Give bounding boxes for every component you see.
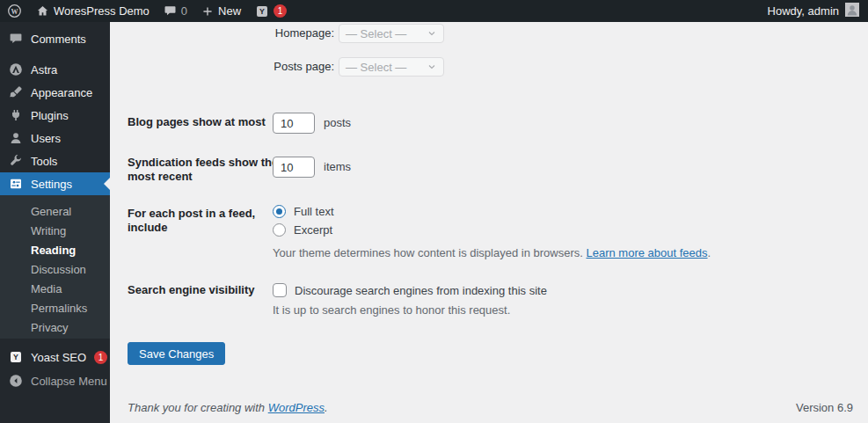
homepage-select-value: — Select — [346, 27, 406, 40]
feed-help-body: Your theme determines how content is dis… [273, 246, 586, 259]
sidebar-item-label: Comments [31, 33, 86, 46]
radio-excerpt[interactable] [273, 223, 286, 237]
feed-help-text: Your theme determines how content is dis… [273, 246, 711, 260]
admin-bar-comments-button[interactable]: 0 [157, 0, 194, 22]
search-visibility-label: Search engine visibility [128, 283, 279, 297]
submenu-item-discussion[interactable]: Discussion [0, 260, 110, 280]
sidebar-item-plugins[interactable]: Plugins [0, 104, 110, 127]
sidebar-item-yoast-seo[interactable]: Y Yoast SEO 1 [0, 346, 110, 368]
submenu-item-permalinks[interactable]: Permalinks [0, 299, 110, 318]
sidebar-item-label: Plugins [31, 109, 69, 122]
submenu-item-general[interactable]: General [0, 202, 110, 222]
chevron-down-icon [427, 62, 437, 72]
posts-page-select-value: — Select — [346, 61, 406, 74]
discourage-indexing-checkbox[interactable] [273, 283, 287, 297]
feed-full-text-option[interactable]: Full text [273, 202, 334, 220]
settings-icon [9, 177, 23, 191]
radio-full-text[interactable] [273, 205, 286, 218]
wordpress-menu-button[interactable]: W [0, 0, 29, 22]
comments-icon [9, 32, 23, 46]
svg-text:W: W [11, 8, 18, 16]
posts-page-label: Posts page: [128, 57, 334, 77]
posts-page-select[interactable]: — Select — [339, 57, 444, 77]
settings-submenu: General Writing Reading Discussion Media… [0, 195, 110, 339]
comments-count: 0 [181, 4, 187, 18]
sidebar-item-astra[interactable]: Astra [0, 58, 110, 81]
radio-full-text-label: Full text [294, 205, 334, 218]
blog-pages-label: Blog pages show at most [128, 115, 279, 129]
account-menu[interactable]: Howdy, admin [768, 0, 868, 22]
admin-bar: W WoresPress Demo 0 [0, 0, 868, 22]
version-label: Version 6.9 [796, 401, 853, 415]
sidebar-item-settings[interactable]: Settings [0, 172, 110, 195]
footer-thanks-text: Thank you for creating with [128, 401, 268, 414]
search-visibility-help: It is up to search engines to honor this… [273, 303, 510, 317]
plugins-plug-icon [9, 108, 23, 122]
new-content-button[interactable]: New [194, 0, 248, 22]
chevron-down-icon [427, 28, 437, 39]
submenu-item-writing[interactable]: Writing [0, 222, 110, 241]
sidebar-item-comments[interactable]: Comments [0, 27, 110, 50]
syndication-input[interactable] [273, 157, 315, 178]
blog-pages-suffix: posts [324, 113, 351, 134]
wordpress-admin-page: W WoresPress Demo 0 [0, 0, 868, 423]
appearance-brush-icon [9, 85, 23, 99]
sidebar-item-label: Yoast SEO [31, 351, 86, 364]
svg-text:Y: Y [259, 7, 265, 16]
reading-settings-content: Homepage: — Select — Posts page: — Selec… [110, 22, 868, 423]
tools-wrench-icon [9, 154, 23, 168]
comments-bubble-icon [164, 4, 177, 18]
admin-sidebar: Comments Astra Appearance [0, 22, 110, 423]
home-icon [36, 4, 49, 18]
yoast-icon: Y [255, 4, 269, 18]
wordpress-footer-link[interactable]: WordPress [268, 401, 325, 414]
sidebar-item-label: Appearance [31, 86, 92, 99]
syndication-suffix: items [324, 157, 351, 178]
sidebar-item-label: Users [31, 132, 61, 145]
blog-pages-input[interactable] [273, 113, 315, 134]
sidebar-item-label: Settings [31, 178, 72, 191]
greeting-label: Howdy, admin [768, 4, 839, 18]
site-name-label: WoresPress Demo [54, 4, 150, 18]
yoast-icon: Y [9, 350, 23, 364]
plus-icon [201, 5, 214, 18]
radio-excerpt-label: Excerpt [294, 223, 332, 237]
sidebar-item-label: Astra [31, 63, 57, 77]
feed-include-label: For each post in a feed, include [128, 207, 279, 235]
discourage-indexing-option[interactable]: Discourage search engines from indexing … [273, 281, 547, 299]
homepage-label: Homepage: [128, 24, 334, 43]
site-name-link[interactable]: WoresPress Demo [29, 0, 157, 22]
footer-thanks-period: . [325, 401, 328, 414]
collapse-arrow-icon [9, 374, 23, 388]
sidebar-item-appearance[interactable]: Appearance [0, 81, 110, 104]
astra-icon [9, 62, 23, 77]
sidebar-item-tools[interactable]: Tools [0, 150, 110, 172]
syndication-label: Syndication feeds show the most recent [128, 156, 279, 184]
feed-help-period: . [708, 246, 711, 259]
save-changes-button[interactable]: Save Changes [128, 342, 225, 365]
svg-text:Y: Y [13, 353, 18, 361]
collapse-menu-label: Collapse Menu [31, 375, 107, 388]
yoast-sidebar-badge: 1 [94, 351, 107, 364]
submenu-item-reading[interactable]: Reading [0, 241, 110, 260]
yoast-notification-badge: 1 [274, 4, 287, 18]
new-label: New [218, 4, 241, 18]
submenu-item-media[interactable]: Media [0, 280, 110, 299]
submenu-item-privacy[interactable]: Privacy [0, 318, 110, 338]
sidebar-item-label: Tools [31, 155, 57, 168]
wordpress-logo-icon: W [7, 4, 22, 18]
yoast-admin-bar-button[interactable]: Y 1 [248, 0, 294, 22]
feed-excerpt-option[interactable]: Excerpt [273, 221, 332, 238]
homepage-select[interactable]: — Select — [339, 24, 444, 43]
collapse-menu-button[interactable]: Collapse Menu [0, 369, 110, 392]
sidebar-item-users[interactable]: Users [0, 127, 110, 150]
learn-more-feeds-link[interactable]: Learn more about feeds [586, 246, 707, 259]
footer-thanks: Thank you for creating with WordPress. [128, 401, 328, 415]
users-person-icon [9, 131, 23, 145]
discourage-indexing-label: Discourage search engines from indexing … [295, 284, 547, 297]
avatar [845, 3, 859, 19]
